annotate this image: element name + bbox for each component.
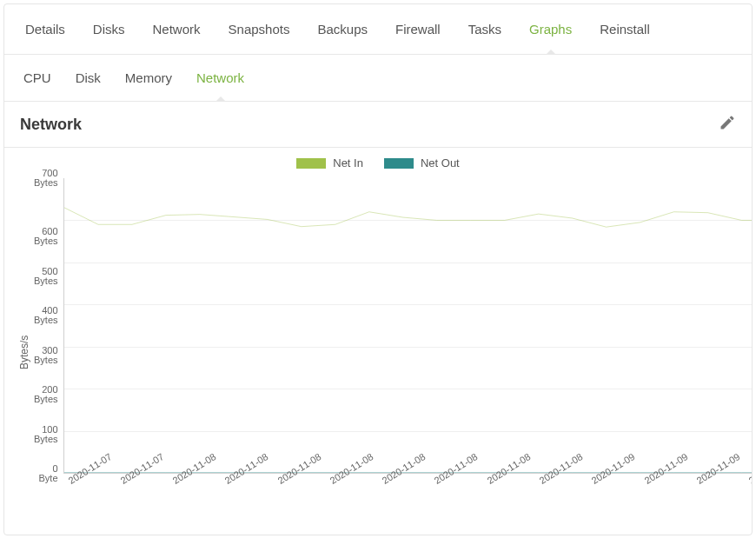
tab-firewall[interactable]: Firewall bbox=[381, 4, 454, 54]
main-tabs: Details Disks Network Snapshots Backups … bbox=[4, 4, 752, 55]
y-axis-ticks: 700 Bytes600 Bytes500 Bytes400 Bytes300 … bbox=[32, 178, 63, 474]
swatch-net-out bbox=[384, 158, 414, 169]
chart-container: Bytes/s 700 Bytes600 Bytes500 Bytes400 B… bbox=[4, 175, 752, 535]
tab-network[interactable]: Network bbox=[139, 4, 215, 54]
graph-type-tabs: CPU Disk Memory Network bbox=[4, 55, 752, 102]
x-axis-ticks: 2020-11-072020-11-072020-11-082020-11-08… bbox=[63, 479, 753, 521]
legend-net-in[interactable]: Net In bbox=[296, 156, 363, 169]
legend-net-out-label: Net Out bbox=[421, 156, 460, 169]
y-tick: 300 Bytes bbox=[34, 346, 58, 365]
tab-tasks[interactable]: Tasks bbox=[454, 4, 515, 54]
server-panel: Details Disks Network Snapshots Backups … bbox=[3, 3, 753, 535]
tab-graphs[interactable]: Graphs bbox=[515, 4, 586, 54]
y-tick: 600 Bytes bbox=[34, 227, 58, 246]
section-header: Network bbox=[4, 102, 752, 148]
tab-snapshots[interactable]: Snapshots bbox=[215, 4, 304, 54]
footer: Powered by WHMCompleteSolution bbox=[0, 539, 756, 545]
y-tick: 500 Bytes bbox=[34, 267, 58, 286]
subtab-network[interactable]: Network bbox=[184, 55, 256, 101]
edit-icon[interactable] bbox=[719, 114, 736, 135]
section-title: Network bbox=[20, 116, 82, 134]
chart-legend: Net In Net Out bbox=[4, 148, 752, 175]
subtab-cpu[interactable]: CPU bbox=[11, 55, 63, 101]
subtab-memory[interactable]: Memory bbox=[113, 55, 184, 101]
y-axis-label: Bytes/s bbox=[17, 178, 32, 526]
y-tick: 200 Bytes bbox=[34, 385, 58, 404]
y-tick: 700 Bytes bbox=[34, 169, 58, 188]
y-tick: 400 Bytes bbox=[34, 306, 58, 325]
y-tick: 100 Bytes bbox=[34, 425, 58, 444]
tab-details[interactable]: Details bbox=[11, 4, 79, 54]
tab-reinstall[interactable]: Reinstall bbox=[586, 4, 664, 54]
tab-disks[interactable]: Disks bbox=[79, 4, 139, 54]
legend-net-in-label: Net In bbox=[333, 156, 363, 169]
subtab-disk[interactable]: Disk bbox=[63, 55, 113, 101]
swatch-net-in bbox=[296, 158, 326, 169]
tab-backups[interactable]: Backups bbox=[303, 4, 381, 54]
y-tick: 0 Byte bbox=[34, 464, 58, 483]
legend-net-out[interactable]: Net Out bbox=[384, 156, 460, 169]
chart-plot bbox=[63, 178, 753, 474]
